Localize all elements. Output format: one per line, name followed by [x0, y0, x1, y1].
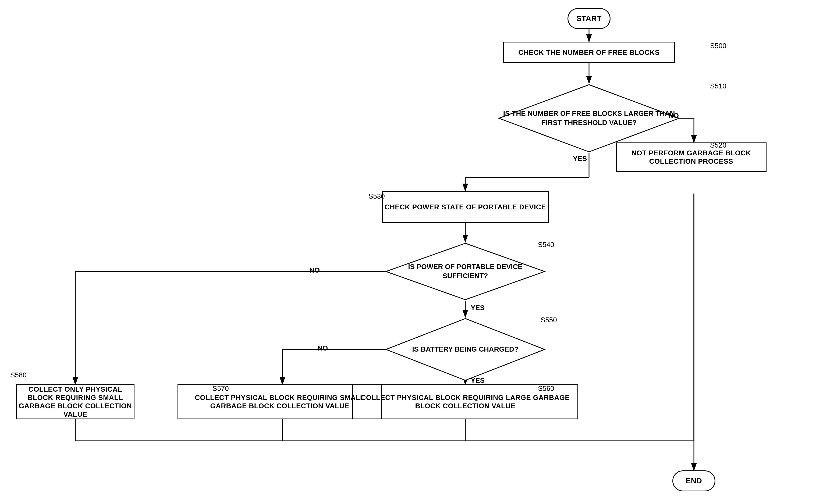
s570-text: COLLECT PHYSICAL BLOCK REQUIRING SMALL G… [178, 394, 381, 410]
s520-shape: NOT PERFORM GARBAGE BLOCK COLLECTION PRO… [616, 143, 767, 172]
s530-text: CHECK POWER STATE OF PORTABLE DEVICE [384, 203, 546, 211]
s550-text: IS BATTERY BEING CHARGED? [409, 342, 521, 357]
s540-shape: IS POWER OF PORTABLE DEVICE SUFFICIENT? [384, 242, 546, 301]
s580-text: COLLECT ONLY PHYSICAL BLOCK REQUIRING SM… [17, 385, 134, 419]
s560-shape: COLLECT PHYSICAL BLOCK REQUIRING LARGE G… [352, 385, 578, 419]
s560-text: COLLECT PHYSICAL BLOCK REQUIRING LARGE G… [353, 394, 578, 410]
s540-yes-label: YES [471, 304, 485, 312]
s500-text: CHECK THE NUMBER OF FREE BLOCKS [518, 48, 659, 57]
s510-yes-label: YES [573, 155, 587, 163]
s530-shape: CHECK POWER STATE OF PORTABLE DEVICE [382, 191, 549, 223]
s550-shape: IS BATTERY BEING CHARGED? [384, 317, 546, 382]
s580-shape: COLLECT ONLY PHYSICAL BLOCK REQUIRING SM… [16, 385, 135, 419]
s510-text: IS THE NUMBER OF FREE BLOCKS LARGER THAN… [498, 106, 680, 130]
start-label: START [577, 14, 602, 23]
s540-no-label: NO [309, 266, 320, 274]
start-shape: START [567, 8, 611, 29]
s510-label: S510 [710, 82, 726, 90]
s500-shape: CHECK THE NUMBER OF FREE BLOCKS [503, 42, 675, 63]
s550-no-label: NO [317, 344, 328, 352]
s580-label: S580 [10, 371, 27, 379]
end-shape: END [672, 470, 715, 491]
s570-shape: COLLECT PHYSICAL BLOCK REQUIRING SMALL G… [177, 385, 382, 419]
s540-text: IS POWER OF PORTABLE DEVICE SUFFICIENT? [384, 260, 546, 283]
s550-yes-label: YES [471, 376, 485, 385]
s520-text: NOT PERFORM GARBAGE BLOCK COLLECTION PRO… [617, 149, 766, 166]
s500-label: S500 [710, 42, 726, 50]
flowchart-diagram: START S500 CHECK THE NUMBER OF FREE BLOC… [0, 0, 823, 504]
end-label: END [686, 477, 702, 485]
